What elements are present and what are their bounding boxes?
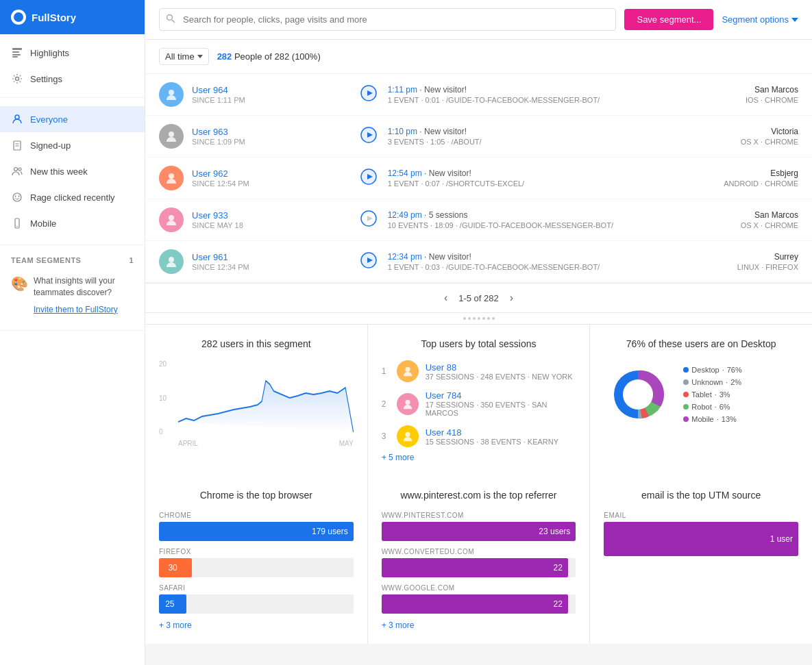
- settings-icon: [11, 73, 23, 85]
- referrer-card: www.pinterest.com is the top referrer WW…: [368, 476, 590, 644]
- list-item[interactable]: 2 User 784 17 SESSIONS · 350 EVENTS · SA…: [382, 390, 576, 417]
- sidebar-item-settings[interactable]: Settings: [0, 66, 145, 92]
- next-page-button[interactable]: ›: [510, 292, 513, 304]
- page-info: 1-5 of 282: [458, 293, 499, 303]
- avatar: [159, 166, 184, 190]
- team-segments-count: 1: [129, 256, 134, 264]
- user-session: 12:34 pm · New visitor! 1 EVENT · 0:03 ·…: [388, 252, 702, 271]
- play-button[interactable]: [360, 85, 377, 104]
- avatar: [159, 124, 184, 149]
- list-item[interactable]: 1 User 88 37 SESSIONS · 248 EVENTS · NEW…: [382, 360, 576, 382]
- new-this-week-label: New this week: [30, 166, 88, 177]
- search-input[interactable]: [159, 8, 616, 31]
- sidebar-item-mobile[interactable]: Mobile: [0, 210, 145, 236]
- analytics-row2: Chrome is the top browser CHROME 179 use…: [145, 476, 812, 644]
- content-area: All time 282 People of 282 (100%) User 9…: [145, 40, 812, 665]
- sidebar-settings-label: Settings: [30, 74, 62, 84]
- user-location: Surrey LINUX · FIREFOX: [702, 252, 798, 271]
- people-count: 282 People of 282 (100%): [217, 51, 321, 62]
- browser-title: Chrome is the top browser: [159, 490, 354, 501]
- fullstory-logo: [11, 10, 26, 25]
- prev-page-button[interactable]: ‹: [444, 292, 447, 304]
- sidebar: FullStory Highlights Settings Everyone: [0, 0, 145, 665]
- device-title: 76% of these users are on Desktop: [604, 338, 798, 349]
- team-segments-label: TEAM SEGMENTS: [11, 256, 81, 264]
- svg-point-5: [15, 115, 19, 119]
- svg-point-23: [169, 173, 174, 179]
- user-location: San Marcos OS X · CHROME: [702, 210, 798, 229]
- play-button[interactable]: [360, 168, 377, 188]
- top-users-more[interactable]: + 5 more: [382, 453, 576, 462]
- svg-rect-1: [12, 51, 19, 53]
- sidebar-item-new-this-week[interactable]: New this week: [0, 158, 145, 184]
- svg-point-17: [169, 90, 174, 95]
- app-title: FullStory: [32, 12, 76, 23]
- table-row[interactable]: User 961 SINCE 12:34 PM 12:34 pm · New v…: [145, 241, 812, 283]
- table-row[interactable]: User 963 SINCE 1:09 PM 1:10 pm · New vis…: [145, 116, 812, 158]
- signed-up-label: Signed-up: [30, 140, 71, 151]
- sidebar-segments-section: Everyone Signed-up New this week Rage cl…: [0, 98, 145, 245]
- user-info: User 964 SINCE 1:11 PM: [192, 85, 349, 104]
- svg-point-15: [167, 14, 173, 20]
- sidebar-item-rage-clicked[interactable]: Rage clicked recently: [0, 184, 145, 210]
- utm-bar-email: EMAIL 1 user: [604, 512, 798, 556]
- svg-point-10: [19, 168, 21, 171]
- svg-point-9: [14, 168, 18, 171]
- line-chart: [178, 360, 354, 436]
- people-icon: [11, 165, 23, 177]
- mobile-label: Mobile: [30, 218, 56, 229]
- person-icon: [11, 113, 23, 125]
- save-segment-button[interactable]: Save segment...: [624, 9, 713, 30]
- play-button[interactable]: [360, 127, 377, 146]
- time-filter[interactable]: All time: [159, 48, 209, 65]
- referrer-bar-google: WWW.GOOGLE.COM 22: [382, 584, 576, 614]
- pie-chart: [604, 360, 672, 429]
- search-wrapper: [159, 8, 616, 31]
- referrer-bar-pinterest: WWW.PINTEREST.COM 23 users: [382, 512, 576, 541]
- list-item[interactable]: 3 User 418 15 SESSIONS · 38 EVENTS · KEA…: [382, 425, 576, 447]
- svg-point-29: [169, 257, 174, 262]
- sidebar-header: FullStory: [0, 0, 145, 34]
- team-invite-link[interactable]: Invite them to FullStory: [34, 305, 118, 314]
- browser-bar-firefox: FIREFOX 30: [159, 548, 354, 577]
- pie-legend: Desktop · 76% Unknown · 2% Tablet · 3%: [683, 366, 741, 423]
- svg-point-20: [169, 131, 174, 137]
- avatar: [159, 82, 184, 107]
- sidebar-item-signed-up[interactable]: Signed-up: [0, 132, 145, 158]
- team-invite-block: 🎨 What insights will your teammates disc…: [0, 268, 145, 322]
- drag-handle[interactable]: [145, 313, 812, 325]
- sidebar-item-everyone[interactable]: Everyone: [0, 106, 145, 132]
- play-button[interactable]: [360, 252, 377, 271]
- referrer-bar-convertedu: WWW.CONVERTEDU.COM 22: [382, 548, 576, 577]
- pagination: ‹ 1-5 of 282 ›: [145, 284, 812, 313]
- search-icon: [166, 14, 175, 26]
- avatar: [159, 249, 184, 274]
- table-row[interactable]: User 962 SINCE 12:54 PM 12:54 pm · New v…: [145, 158, 812, 199]
- team-invite-text: What insights will your teammates discov…: [34, 275, 134, 299]
- user-info: User 933 SINCE MAY 18: [192, 210, 349, 229]
- referrer-more[interactable]: + 3 more: [382, 620, 576, 630]
- segment-count-card: 282 users in this segment 20 10 0: [145, 325, 367, 476]
- svg-point-33: [405, 399, 410, 404]
- svg-rect-0: [12, 48, 22, 50]
- browser-more[interactable]: + 3 more: [159, 620, 354, 630]
- svg-point-4: [16, 77, 19, 81]
- svg-rect-3: [12, 56, 18, 58]
- user-session: 12:49 pm · 5 sessions 10 EVENTS · 18:09 …: [388, 210, 702, 229]
- avatar: [159, 208, 184, 232]
- play-button[interactable]: [360, 210, 377, 229]
- sidebar-item-highlights[interactable]: Highlights: [0, 40, 145, 66]
- segment-options-button[interactable]: Segment options: [722, 14, 798, 25]
- user-list: User 964 SINCE 1:11 PM 1:11 pm · New vis…: [145, 74, 812, 284]
- analytics-row1: 282 users in this segment 20 10 0: [145, 325, 812, 476]
- mobile-icon: [11, 217, 23, 229]
- table-row[interactable]: User 933 SINCE MAY 18 12:49 pm · 5 sessi…: [145, 199, 812, 241]
- people-header: All time 282 People of 282 (100%): [145, 40, 812, 74]
- svg-point-12: [19, 196, 20, 197]
- user-session: 12:54 pm · New visitor! 1 EVENT · 0:07 ·…: [388, 168, 702, 188]
- svg-point-26: [169, 215, 174, 221]
- sidebar-nav: Highlights Settings: [0, 34, 145, 98]
- top-users-title: Top users by total sessions: [382, 338, 576, 349]
- table-row[interactable]: User 964 SINCE 1:11 PM 1:11 pm · New vis…: [145, 74, 812, 116]
- top-users-card: Top users by total sessions 1 User 88 37…: [368, 325, 590, 476]
